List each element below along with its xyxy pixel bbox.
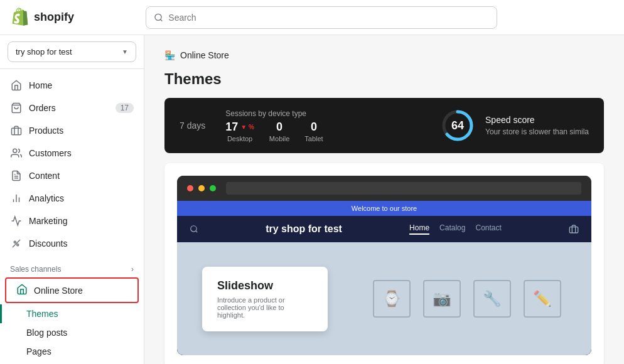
browser-dot-green xyxy=(210,185,216,191)
orders-badge: 17 xyxy=(116,103,134,113)
site-nav-links: Home Catalog Contact xyxy=(409,223,502,235)
page-title: Themes xyxy=(164,70,604,88)
store-breadcrumb-icon: 🏪 xyxy=(164,50,175,60)
home-icon xyxy=(10,79,23,92)
stat-desktop: 17 ▼ % Desktop xyxy=(225,120,254,142)
stat-mobile-label: Mobile xyxy=(269,135,289,142)
customers-icon xyxy=(10,147,23,159)
search-input[interactable] xyxy=(168,13,489,23)
sidebar-item-orders-label: Orders xyxy=(29,103,56,113)
sales-channels-arrow-icon: › xyxy=(131,265,134,274)
sidebar-item-products[interactable]: Products xyxy=(0,119,144,142)
sketch-tool: 🔧 xyxy=(473,280,511,318)
site-logo-text: try shop for test xyxy=(266,223,342,235)
logo-text: shopify xyxy=(34,11,74,24)
site-bg-decorations: ⌚ 📷 🔧 ✏️ xyxy=(343,242,591,355)
tool-sketch: ⌚ 📷 🔧 ✏️ xyxy=(343,242,591,355)
sidebar-subitem-pages[interactable]: Pages xyxy=(0,342,144,361)
orders-icon xyxy=(10,102,23,114)
main-layout: try shop for test ▼ Home Orders 17 xyxy=(0,35,624,364)
sales-channels-section: Sales channels › xyxy=(0,260,144,276)
svg-point-9 xyxy=(14,241,16,243)
content-icon xyxy=(10,169,23,182)
sales-channels-label: Sales channels xyxy=(10,265,61,274)
site-welcome-bar: Welcome to our store xyxy=(177,201,591,216)
shopify-logo: shopify xyxy=(10,8,136,28)
site-nav-catalog: Catalog xyxy=(439,223,465,235)
sidebar-item-orders[interactable]: Orders 17 xyxy=(0,97,144,119)
desktop-down-icon: ▼ % xyxy=(240,124,254,131)
svg-point-0 xyxy=(155,14,161,20)
discounts-icon xyxy=(10,237,23,250)
stats-days: 7 days xyxy=(180,120,205,131)
speed-section: 64 Speed score Your store is slower than… xyxy=(440,108,589,143)
dropdown-arrow-icon: ▼ xyxy=(122,48,128,55)
sidebar-item-home[interactable]: Home xyxy=(0,74,144,97)
stat-tablet-label: Tablet xyxy=(304,135,323,142)
slideshow-card: Slideshow Introduce a product or collect… xyxy=(202,267,328,331)
stats-bar: 7 days Sessions by device type 17 ▼ % De… xyxy=(164,98,604,153)
sidebar-item-discounts[interactable]: Discounts xyxy=(0,232,144,255)
stat-mobile: 0 Mobile xyxy=(269,120,289,142)
speed-value: 64 xyxy=(451,119,464,132)
svg-point-3 xyxy=(13,149,17,153)
preview-container: Welcome to our store try shop for test H… xyxy=(164,163,604,364)
site-body: Slideshow Introduce a product or collect… xyxy=(177,242,591,355)
sidebar-item-marketing[interactable]: Marketing xyxy=(0,210,144,232)
store-selector[interactable]: try shop for test ▼ xyxy=(0,35,144,69)
stat-tablet-num: 0 xyxy=(311,120,317,134)
svg-point-10 xyxy=(17,244,19,246)
sidebar-item-analytics[interactable]: Analytics xyxy=(0,187,144,210)
site-search-icon xyxy=(190,225,198,233)
browser-dot-yellow xyxy=(198,185,205,191)
sidebar-subitem-blog-posts-label: Blog posts xyxy=(26,328,67,338)
stat-mobile-num: 0 xyxy=(276,120,282,134)
products-icon xyxy=(10,124,23,137)
sketch-watch: ⌚ xyxy=(373,280,411,318)
marketing-icon xyxy=(10,215,23,227)
sidebar-subitem-themes[interactable]: Themes xyxy=(0,304,144,323)
sidebar-item-online-store[interactable]: Online Store xyxy=(5,277,139,303)
slideshow-desc: Introduce a product or collection you'd … xyxy=(217,296,313,319)
stats-values: 17 ▼ % Desktop 0 Mobile 0 Tablet xyxy=(225,120,323,142)
site-logo xyxy=(190,225,198,233)
sidebar-item-customers-label: Customers xyxy=(29,148,72,158)
sidebar-subitem-themes-label: Themes xyxy=(26,309,58,319)
sidebar-subitem-blog-posts[interactable]: Blog posts xyxy=(0,323,144,342)
sidebar-item-discounts-label: Discounts xyxy=(29,238,67,249)
svg-point-13 xyxy=(191,226,196,232)
browser-url-bar xyxy=(226,182,581,195)
stats-sessions-section: Sessions by device type 17 ▼ % Desktop 0… xyxy=(225,109,323,142)
site-nav-contact: Contact xyxy=(475,223,501,235)
browser-bar xyxy=(177,176,591,201)
speed-circle: 64 xyxy=(440,108,475,143)
sidebar-item-content[interactable]: Content xyxy=(0,164,144,187)
content-area: 🏪 Online Store Themes 7 days Sessions by… xyxy=(144,35,624,364)
shopify-logo-icon xyxy=(10,8,30,28)
slideshow-title: Slideshow xyxy=(217,279,313,292)
sidebar-item-online-store-label: Online Store xyxy=(34,286,83,296)
svg-rect-2 xyxy=(12,128,21,135)
store-name: try shop for test xyxy=(16,47,72,56)
analytics-icon xyxy=(10,192,23,205)
breadcrumb-label: Online Store xyxy=(180,50,229,60)
sidebar-item-analytics-label: Analytics xyxy=(29,193,64,203)
svg-rect-14 xyxy=(569,227,578,233)
site-nav: try shop for test Home Catalog Contact xyxy=(177,216,591,242)
sidebar-subitem-pages-label: Pages xyxy=(26,346,51,356)
stat-tablet: 0 Tablet xyxy=(304,120,323,142)
sketch-camera: 📷 xyxy=(423,280,461,318)
stat-desktop-label: Desktop xyxy=(227,135,252,142)
store-dropdown[interactable]: try shop for test ▼ xyxy=(8,41,136,62)
search-bar[interactable] xyxy=(146,6,497,29)
speed-info: Speed score Your store is slower than si… xyxy=(485,115,589,136)
sidebar-item-marketing-label: Marketing xyxy=(29,216,67,226)
sidebar: try shop for test ▼ Home Orders 17 xyxy=(0,35,144,364)
sidebar-item-customers[interactable]: Customers xyxy=(0,142,144,164)
sidebar-subitem-navigation[interactable]: Navigation xyxy=(0,361,144,364)
top-bar: shopify xyxy=(0,0,624,35)
speed-desc: Your store is slower than simila xyxy=(485,127,589,136)
sketch-pencil: ✏️ xyxy=(524,280,561,318)
site-cart-icon xyxy=(569,224,579,234)
sessions-label: Sessions by device type xyxy=(225,109,323,118)
